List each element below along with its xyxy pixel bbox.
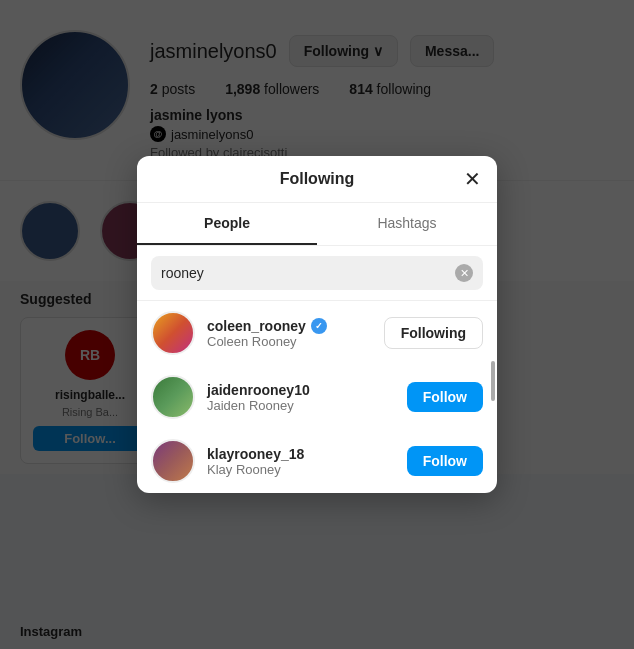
user-name-row-klay: klayrooney_18 [207,446,395,462]
scrollbar-indicator [491,361,495,401]
tab-people[interactable]: People [137,203,317,245]
user-avatar-klay [151,439,195,483]
search-input[interactable] [161,265,447,281]
user-item-klay: klayrooney_18 Klay Rooney Follow [137,429,497,493]
user-item-jaiden: jaidenrooney10 Jaiden Rooney Follow [137,365,497,429]
search-clear-button[interactable]: ✕ [455,264,473,282]
user-name-row-jaiden: jaidenrooney10 [207,382,395,398]
user-list: coleen_rooney Coleen Rooney Following ja… [137,301,497,493]
user-display-coleen: Coleen Rooney [207,334,372,349]
modal-overlay: Following ✕ People Hashtags ✕ [0,0,634,649]
follow-btn-jaiden[interactable]: Follow [407,382,483,412]
following-modal: Following ✕ People Hashtags ✕ [137,156,497,493]
search-input-wrap: ✕ [151,256,483,290]
user-handle-jaiden: jaidenrooney10 [207,382,310,398]
user-handle-klay: klayrooney_18 [207,446,304,462]
user-avatar-jaiden [151,375,195,419]
modal-tabs: People Hashtags [137,203,497,246]
user-name-row-coleen: coleen_rooney [207,318,372,334]
tab-hashtags[interactable]: Hashtags [317,203,497,245]
user-handle-coleen: coleen_rooney [207,318,306,334]
following-btn-coleen[interactable]: Following [384,317,483,349]
user-info-klay: klayrooney_18 Klay Rooney [207,446,395,477]
user-display-klay: Klay Rooney [207,462,395,477]
modal-close-button[interactable]: ✕ [464,169,481,189]
user-avatar-coleen [151,311,195,355]
user-info-jaiden: jaidenrooney10 Jaiden Rooney [207,382,395,413]
search-container: ✕ [137,246,497,301]
follow-btn-klay[interactable]: Follow [407,446,483,476]
user-info-coleen: coleen_rooney Coleen Rooney [207,318,372,349]
user-display-jaiden: Jaiden Rooney [207,398,395,413]
verified-badge-coleen [311,318,327,334]
modal-header: Following ✕ [137,156,497,203]
modal-title: Following [280,170,355,188]
user-item-coleen: coleen_rooney Coleen Rooney Following [137,301,497,365]
